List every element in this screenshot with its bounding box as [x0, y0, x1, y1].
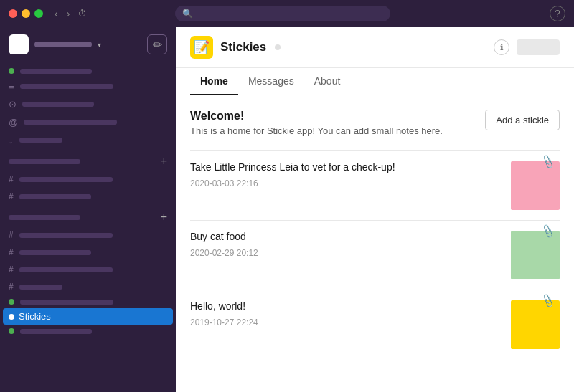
welcome-title: Welcome! — [190, 110, 443, 123]
sidebar-item-stickies-label: Stickies — [19, 311, 51, 322]
stickie-item-1: Buy cat food 2020-02-29 20:12 — [190, 220, 560, 290]
search-circle-icon: ⊙ — [9, 99, 17, 110]
mentions-bar — [20, 84, 113, 89]
sidebar-item-dms[interactable] — [0, 64, 176, 77]
titlebar: ‹ › ⏱ 🔍 ? — [0, 0, 574, 27]
hash-icon-1a: # — [9, 174, 14, 184]
sidebar-dm-1[interactable] — [0, 295, 176, 308]
sidebar-channel-2c[interactable]: # — [0, 261, 176, 278]
compose-button[interactable]: ✏ — [147, 34, 167, 54]
sidebar-header: ▾ ✏ — [0, 27, 176, 62]
sidebar: ▾ ✏ ≡ ⊙ @ ↓ — [0, 27, 176, 392]
main-layout: ▾ ✏ ≡ ⊙ @ ↓ — [0, 27, 574, 392]
channel-bar-2d — [19, 285, 62, 290]
stickie-title-0: Take Little Princess Leia to vet for a c… — [190, 161, 499, 173]
welcome-section: Welcome! This is a home for Stickie app!… — [190, 110, 560, 136]
sidebar-item-stickies[interactable]: Stickies — [3, 308, 173, 325]
history-button[interactable]: ⏱ — [75, 6, 90, 21]
info-icon: ℹ — [500, 42, 504, 52]
sidebar-item-search[interactable]: ⊙ — [0, 95, 176, 113]
workspace-name-bar — [34, 42, 92, 47]
section-title-bar-2 — [9, 215, 80, 220]
search-bar-item — [22, 102, 94, 107]
download-bar — [19, 138, 62, 143]
stickie-title-1: Buy cat food — [190, 231, 499, 242]
help-button[interactable]: ? — [550, 6, 565, 21]
status-dot-dm1 — [9, 299, 14, 305]
stickie-text-0: Take Little Princess Leia to vet for a c… — [190, 161, 499, 188]
sidebar-item-mentions[interactable]: ≡ — [0, 77, 176, 95]
tab-messages[interactable]: Messages — [238, 68, 304, 95]
hash-icon-2d: # — [9, 282, 14, 292]
channel-bar-2b — [19, 250, 91, 255]
status-dot-dm2 — [9, 328, 14, 334]
channel-bar-1b — [19, 194, 91, 199]
workspace-avatar — [9, 34, 29, 54]
info-button[interactable]: ℹ — [494, 39, 509, 55]
back-button[interactable]: ‹ — [52, 6, 61, 21]
workspace-chevron-icon: ▾ — [98, 41, 101, 49]
status-dot-active — [9, 314, 14, 320]
stickie-item-0: Take Little Princess Leia to vet for a c… — [190, 150, 560, 220]
add-stickie-button[interactable]: Add a stickie — [485, 110, 560, 130]
stickie-text-1: Buy cat food 2020-02-29 20:12 — [190, 231, 499, 258]
section-add-button-2[interactable]: + — [161, 211, 167, 224]
search-bar[interactable]: 🔍 — [175, 6, 390, 21]
at-icon: @ — [9, 117, 18, 128]
sidebar-channel-2b[interactable]: # — [0, 244, 176, 261]
section-title-bar-1 — [9, 159, 80, 164]
tabs: Home Messages About — [176, 68, 574, 95]
minimize-button[interactable] — [22, 9, 30, 18]
stickie-title-2: Hello, world! — [190, 300, 499, 312]
channel-bar-2a — [19, 233, 113, 238]
status-dot-green — [9, 68, 14, 74]
channel-bar-2c — [19, 267, 113, 272]
dm-bar-1 — [20, 300, 113, 305]
sidebar-channel-1a[interactable]: # — [0, 171, 176, 188]
hash-icon-2b: # — [9, 247, 14, 257]
main-content: 📝 Stickies ℹ Home Messages About Welcome… — [176, 27, 574, 392]
section-add-button-1[interactable]: + — [161, 155, 167, 168]
hash-icon-2a: # — [9, 230, 14, 240]
close-button[interactable] — [9, 9, 17, 18]
welcome-text: Welcome! This is a home for Stickie app!… — [190, 110, 443, 136]
sidebar-channel-2d[interactable]: # — [0, 278, 176, 295]
tab-about[interactable]: About — [304, 68, 351, 95]
app-title: Stickies — [220, 40, 266, 54]
stickie-date-0: 2020-03-03 22:16 — [190, 178, 499, 188]
header-action-bar — [517, 39, 560, 55]
stickie-note-0 — [511, 161, 560, 210]
sidebar-channel-1b[interactable]: # — [0, 188, 176, 205]
stickie-text-2: Hello, world! 2019-10-27 22:24 — [190, 300, 499, 328]
dm-name-bar — [20, 69, 92, 74]
app-header: 📝 Stickies ℹ — [176, 27, 574, 68]
stickie-item-2: Hello, world! 2019-10-27 22:24 — [190, 290, 560, 359]
hash-icon-1b: # — [9, 191, 14, 201]
dm-bar-2 — [20, 329, 92, 334]
sidebar-content: ≡ ⊙ @ ↓ + # — [0, 62, 176, 392]
maximize-button[interactable] — [34, 9, 43, 18]
app-status-dot — [275, 44, 281, 50]
hash-icon-2c: # — [9, 264, 14, 274]
sidebar-item-download[interactable]: ↓ — [0, 131, 176, 149]
welcome-description: This is a home for Stickie app! You can … — [190, 125, 443, 136]
tab-home[interactable]: Home — [190, 68, 238, 95]
section-header-2: + — [0, 205, 176, 226]
sidebar-item-at[interactable]: @ — [0, 113, 176, 131]
stickies-list: Take Little Princess Leia to vet for a c… — [190, 150, 560, 359]
at-bar — [24, 120, 117, 125]
sidebar-channel-2a[interactable]: # — [0, 226, 176, 244]
menu-icon: ≡ — [9, 81, 14, 92]
app-icon: 📝 — [190, 36, 213, 59]
search-icon: 🔍 — [182, 9, 193, 19]
help-icon: ? — [555, 8, 560, 19]
content-area: Welcome! This is a home for Stickie app!… — [176, 95, 574, 392]
stickie-date-2: 2019-10-27 22:24 — [190, 317, 499, 328]
stickie-date-1: 2020-02-29 20:12 — [190, 248, 499, 258]
forward-button[interactable]: › — [64, 6, 73, 21]
sidebar-dm-2[interactable] — [0, 325, 176, 338]
stickie-note-1 — [511, 231, 560, 279]
traffic-lights — [9, 9, 43, 18]
download-icon: ↓ — [9, 135, 14, 145]
channel-bar-1a — [19, 177, 113, 182]
